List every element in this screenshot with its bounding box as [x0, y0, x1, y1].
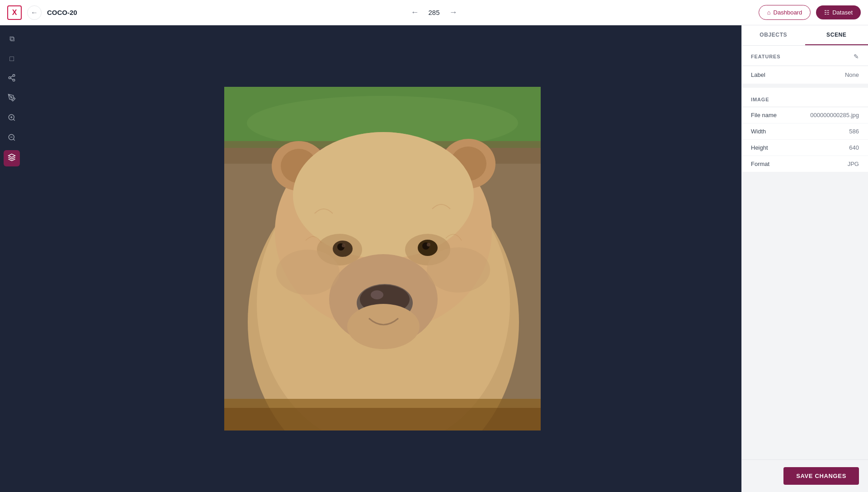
svg-line-7 [13, 119, 14, 120]
svg-line-3 [10, 78, 13, 80]
zoom-in-tool[interactable] [4, 110, 20, 127]
section-divider [742, 84, 868, 88]
share-tool[interactable] [4, 71, 20, 87]
svg-marker-13 [9, 154, 15, 158]
dashboard-icon: ⌂ [767, 9, 771, 16]
pen-tool[interactable] [4, 90, 20, 107]
height-value: 640 [849, 144, 859, 151]
layers-icon [8, 153, 16, 163]
image-number: 285 [428, 9, 439, 16]
project-title: COCO-20 [47, 9, 77, 16]
svg-point-39 [276, 250, 340, 295]
image-info-row-height: Height 640 [742, 140, 868, 156]
image-navigation: ← 285 → [408, 6, 459, 19]
svg-point-33 [427, 243, 430, 246]
bear-image [224, 87, 541, 430]
image-section-header: IMAGE [742, 88, 868, 107]
right-panel: OBJECTS SCENE FEATURES ✎ Label None IMAG… [741, 25, 868, 492]
back-button[interactable]: ← [27, 5, 42, 20]
svg-point-38 [347, 304, 420, 349]
header: X ← COCO-20 ← 285 → ⌂ Dashboard ☷ Datase… [0, 0, 868, 25]
filename-label: File name [751, 112, 777, 118]
svg-line-11 [13, 139, 14, 140]
svg-point-2 [13, 79, 15, 81]
zoom-out-icon [8, 133, 16, 143]
cursor-icon: ⧉ [9, 35, 14, 43]
pen-icon [8, 94, 16, 104]
filename-value: 000000000285.jpg [810, 112, 859, 118]
tab-scene[interactable]: SCENE [805, 25, 868, 45]
svg-point-5 [11, 97, 12, 98]
feature-value-text: None [845, 71, 859, 78]
canvas-area[interactable] [24, 25, 741, 492]
share-icon [8, 74, 16, 84]
edit-features-icon[interactable]: ✎ [854, 53, 859, 60]
next-image-button[interactable]: → [447, 6, 460, 19]
svg-line-4 [10, 76, 13, 77]
image-info-row-width: Width 586 [742, 123, 868, 140]
features-section-header: FEATURES ✎ [742, 46, 868, 66]
image-info-row-filename: File name 000000000285.jpg [742, 107, 868, 123]
dashboard-button[interactable]: ⌂ Dashboard [759, 5, 811, 20]
left-toolbar: ⧉ □ [0, 25, 24, 492]
width-value: 586 [849, 128, 859, 135]
zoom-out-tool[interactable] [4, 130, 20, 147]
format-label: Format [751, 161, 769, 167]
crop-icon: □ [9, 55, 14, 63]
layers-tool[interactable] [4, 150, 20, 166]
image-section-title: IMAGE [751, 97, 769, 102]
svg-rect-42 [224, 408, 541, 430]
feature-label-text: Label [751, 71, 765, 78]
save-changes-button[interactable]: SAVE CHANGES [783, 467, 859, 485]
dataset-icon: ☷ [824, 9, 830, 16]
cursor-tool[interactable]: ⧉ [4, 31, 20, 47]
image-container [224, 87, 541, 430]
svg-point-32 [342, 244, 345, 247]
header-action-buttons: ⌂ Dashboard ☷ Dataset [759, 5, 861, 20]
svg-point-37 [371, 290, 383, 299]
height-label: Height [751, 144, 768, 151]
crop-tool[interactable]: □ [4, 51, 20, 67]
dataset-button[interactable]: ☷ Dataset [816, 5, 861, 19]
image-info-row-format: Format JPG [742, 156, 868, 172]
panel-tabs: OBJECTS SCENE [742, 25, 868, 46]
logo: X [7, 5, 22, 20]
back-icon: ← [31, 9, 38, 17]
save-bar: SAVE CHANGES [742, 459, 868, 492]
svg-point-1 [9, 77, 11, 79]
width-label: Width [751, 128, 766, 135]
features-title: FEATURES [751, 54, 781, 59]
svg-point-0 [13, 75, 15, 77]
svg-point-25 [293, 132, 474, 259]
format-value: JPG [848, 161, 859, 167]
main-content: ⧉ □ [0, 25, 868, 492]
feature-row-label: Label None [742, 66, 868, 84]
prev-image-button[interactable]: ← [408, 6, 421, 19]
svg-point-40 [427, 247, 490, 293]
panel-content: FEATURES ✎ Label None IMAGE File name 00… [742, 46, 868, 459]
zoom-in-icon [8, 114, 16, 123]
image-section: IMAGE File name 000000000285.jpg Width 5… [742, 88, 868, 172]
tab-objects[interactable]: OBJECTS [742, 25, 805, 45]
